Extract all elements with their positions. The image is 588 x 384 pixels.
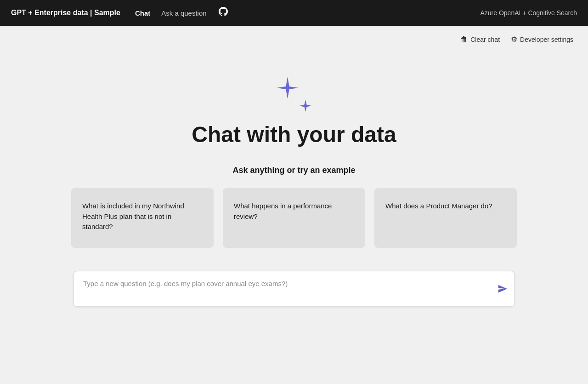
example-card-1[interactable]: What is included in my Northwind Health … [71,188,214,248]
toolbar: 🗑 Clear chat ⚙ Developer settings [0,26,588,48]
sparkle-large-icon [276,76,300,100]
developer-settings-label: Developer settings [520,36,573,43]
example-card-3-text: What does a Product Manager do? [385,201,492,212]
sparkle-icon-wrapper [276,76,312,113]
trash-icon: 🗑 [460,35,468,44]
hero-subtitle: Ask anything or try an example [232,166,355,175]
nav-ask-question-link[interactable]: Ask a question [161,9,206,17]
send-icon [498,284,508,294]
example-card-2-text: What happens in a performance review? [234,201,354,222]
developer-settings-button[interactable]: ⚙ Developer settings [511,35,573,44]
nav-links: Chat Ask a question [135,6,229,20]
clear-chat-button[interactable]: 🗑 Clear chat [460,35,500,44]
hero-title: Chat with your data [192,122,396,147]
app-title: GPT + Enterprise data | Sample [11,9,120,17]
example-cards-row: What is included in my Northwind Health … [34,188,554,248]
gear-icon: ⚙ [511,35,517,44]
sparkle-small-icon [299,99,312,113]
example-card-1-text: What is included in my Northwind Health … [82,201,203,232]
send-button[interactable] [498,284,508,294]
clear-chat-label: Clear chat [470,36,500,43]
example-card-3[interactable]: What does a Product Manager do? [374,188,517,248]
navbar-left: GPT + Enterprise data | Sample Chat Ask … [11,6,229,20]
nav-chat-link[interactable]: Chat [135,9,150,17]
chat-input-wrapper [74,271,514,307]
github-icon[interactable] [218,6,229,20]
example-card-2[interactable]: What happens in a performance review? [223,188,365,248]
navbar-right-label: Azure OpenAI + Cognitive Search [480,9,577,17]
navbar: GPT + Enterprise data | Sample Chat Ask … [0,0,588,26]
chat-input[interactable] [83,280,491,296]
main-content: Chat with your data Ask anything or try … [0,48,588,307]
